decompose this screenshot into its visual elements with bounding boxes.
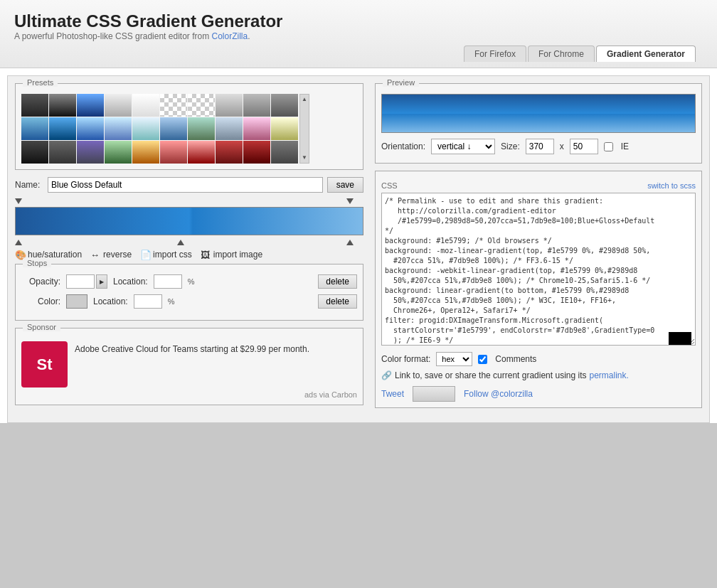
preset-swatch[interactable] [243, 94, 270, 117]
tab-chrome[interactable]: For Chrome [528, 46, 595, 62]
import-image-button[interactable]: 🖼 import image [201, 250, 262, 260]
reverse-button[interactable]: ↔ reverse [90, 250, 132, 260]
tab-gradient-generator[interactable]: Gradient Generator [596, 46, 696, 62]
preset-swatch[interactable] [188, 94, 215, 117]
scroll-up-arrow[interactable]: ▲ [302, 96, 307, 103]
page-title: Ultimate CSS Gradient Generator [14, 11, 703, 31]
preset-swatch[interactable] [132, 117, 159, 140]
opacity-location-input[interactable] [154, 274, 182, 289]
color-format-label: Color format: [381, 354, 430, 364]
name-input[interactable] [48, 177, 323, 193]
scroll-down-arrow[interactable]: ▼ [302, 154, 307, 161]
color-stops [15, 235, 363, 245]
preset-swatch[interactable] [21, 94, 48, 117]
opacity-label: Opacity: [21, 277, 60, 287]
color-stop-0[interactable] [15, 235, 22, 245]
preset-swatch[interactable] [160, 141, 187, 164]
opacity-slider[interactable]: ▶ [96, 274, 107, 289]
opacity-stop-1[interactable] [346, 198, 354, 207]
comments-label: Comments [495, 354, 536, 364]
hue-saturation-button[interactable]: 🎨 hue/saturation [15, 250, 82, 260]
opacity-stop-row: Opacity: ▶ Location: % delete [21, 274, 357, 289]
preset-swatch[interactable] [271, 117, 298, 140]
opacity-stops [15, 198, 363, 207]
preset-swatch[interactable] [243, 141, 270, 164]
link-icon: 🔗 [381, 370, 392, 380]
css-black-rect [669, 332, 691, 345]
sponsor-logo[interactable]: St [21, 341, 68, 387]
permalink-link[interactable]: permalink. [589, 370, 628, 380]
preset-swatch[interactable] [21, 117, 48, 140]
left-panel: Presets [15, 83, 363, 415]
orientation-label: Orientation: [381, 141, 425, 151]
size-height-input[interactable] [570, 139, 598, 154]
preset-swatch[interactable] [77, 141, 104, 164]
save-button[interactable]: save [327, 177, 363, 193]
preset-swatch[interactable] [49, 117, 76, 140]
color-location-input[interactable] [134, 294, 162, 309]
preset-swatch[interactable] [216, 117, 243, 140]
opacity-value-input[interactable] [66, 274, 95, 289]
preset-swatch[interactable] [216, 141, 243, 164]
social-row: Tweet Follow @colorzilla [381, 386, 696, 402]
follow-button[interactable] [413, 386, 455, 402]
ads-link[interactable]: ads via Carbon [304, 390, 357, 399]
preset-swatch[interactable] [105, 94, 132, 117]
preset-swatch[interactable] [271, 94, 298, 117]
toolbar-row: 🎨 hue/saturation ↔ reverse 📄 import css … [15, 250, 363, 260]
presets-scrollbar[interactable]: ▲ ▼ [299, 94, 309, 164]
opacity-delete-button[interactable]: delete [318, 274, 357, 289]
name-label: Name: [15, 180, 43, 190]
name-row: Name: save [15, 177, 363, 193]
tab-firefox[interactable]: For Firefox [464, 46, 526, 62]
stops-section: Stops Opacity: ▶ Location: % delete Colo… [15, 264, 363, 321]
tweet-button[interactable]: Tweet [381, 389, 404, 399]
preview-bar [381, 94, 696, 133]
color-swatch[interactable] [66, 294, 87, 309]
preset-swatch[interactable] [216, 94, 243, 117]
preset-swatch[interactable] [105, 141, 132, 164]
sponsor-label: Sponsor [23, 323, 60, 331]
size-label: Size: [501, 141, 520, 151]
color-format-row: Color format: hex rgb rgba Comments [381, 352, 696, 366]
gradient-bar[interactable] [15, 207, 363, 235]
preset-swatch[interactable] [49, 94, 76, 117]
import-css-icon: 📄 [140, 250, 150, 260]
css-label: CSS [381, 181, 398, 190]
preset-swatch[interactable] [243, 117, 270, 140]
color-delete-button[interactable]: delete [318, 294, 357, 309]
css-output[interactable] [381, 193, 696, 346]
color-format-select[interactable]: hex rgb rgba [436, 352, 472, 366]
color-stop-2[interactable] [346, 235, 354, 245]
preset-swatch[interactable] [77, 94, 104, 117]
import-image-icon: 🖼 [201, 250, 211, 260]
ie-label: IE [621, 141, 629, 151]
preset-swatch[interactable] [160, 117, 187, 140]
orientation-select[interactable]: vertical ↓ [431, 139, 495, 154]
preset-swatch[interactable] [49, 141, 76, 164]
header: Ultimate CSS Gradient Generator A powerf… [0, 0, 717, 68]
presets-grid-wrapper: ▲ ▼ [21, 94, 357, 164]
preset-swatch[interactable] [271, 141, 298, 164]
preset-swatch[interactable] [132, 141, 159, 164]
size-separator: x [560, 141, 564, 151]
opacity-stop-0[interactable] [15, 198, 22, 207]
preset-swatch[interactable] [21, 141, 48, 164]
colorzilla-link[interactable]: ColorZilla [212, 31, 248, 41]
preset-swatch[interactable] [105, 117, 132, 140]
opacity-input-wrap: ▶ [66, 274, 107, 289]
comments-checkbox[interactable] [478, 355, 487, 364]
switch-scss-link[interactable]: switch to scss [647, 181, 696, 190]
color-stop-row: Color: Location: % delete [21, 294, 357, 309]
preset-swatch[interactable] [77, 117, 104, 140]
preset-swatch[interactable] [160, 94, 187, 117]
preset-swatch[interactable] [188, 117, 215, 140]
size-width-input[interactable] [526, 139, 554, 154]
preset-swatch[interactable] [132, 94, 159, 117]
css-section-header: CSS switch to scss [381, 181, 696, 190]
import-css-button[interactable]: 📄 import css [140, 250, 192, 260]
color-stop-1[interactable] [177, 235, 184, 245]
preset-swatch[interactable] [188, 141, 215, 164]
ie-checkbox[interactable] [604, 142, 613, 151]
css-section: CSS switch to scss Color format: hex rgb… [375, 171, 702, 408]
